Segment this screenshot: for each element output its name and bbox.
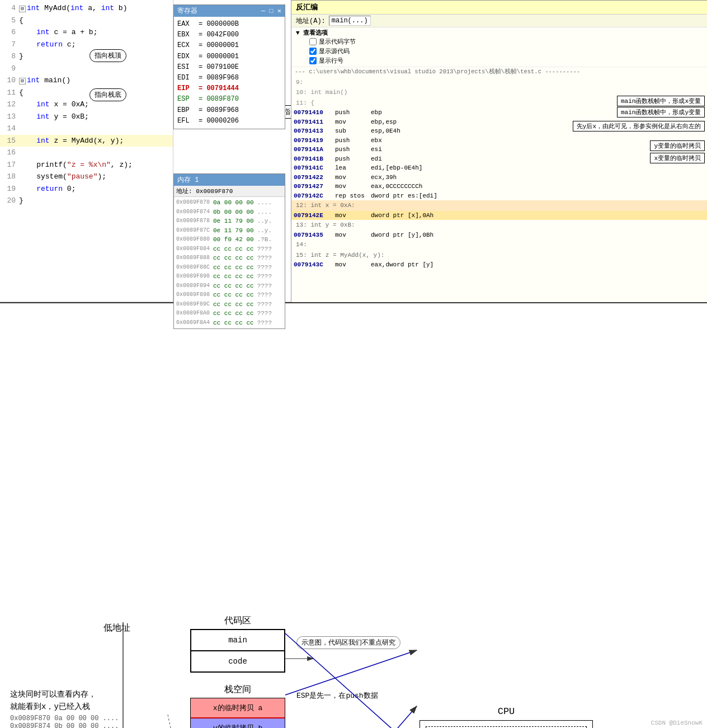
code-line-11: 11 { [0,87,173,99]
mem-note: 这块同时可以查看内存， 就能看到x，y已经入栈 [10,688,96,713]
memory-address-bar[interactable]: 地址: 0x0089F870 [174,186,285,197]
reg-eax: EAX= 0000000B [177,19,281,30]
mem-row-0: 0x0089F8700a 00 00 00.... [176,198,282,208]
collapse-icon-2[interactable]: ⊟ [19,78,26,84]
code-line-17: 17 printf("z = %x\n", z); [0,159,173,171]
cpu-box: 寄存器 ESP 栈顶寄存器 EBP 栈底寄存器 EIP 指令寄存器 [420,720,593,728]
disasm-line-mov-y-0b[interactable]: 00791435movdword ptr [y],0Bh [291,231,707,240]
registers-titlebar: 寄存器 — □ ✕ [174,5,285,17]
bottom-diagram: 低地址 代码区 main code 示意图，代码区我们不重点研究 栈空间 x的临… [0,303,707,728]
disasm-line-9: 9: [291,77,707,88]
code-line-6: 6 int c = a + b; [0,26,173,39]
stack-x-copy: x的临时拷贝 a [191,698,285,718]
stack-area: 栈空间 x的临时拷贝 a y的临时拷贝 b 0xB 0xA 其他栈帧 main栈… [190,684,285,728]
reg-edx: EDX= 00000001 [177,51,281,62]
registers-window: 寄存器 — □ ✕ EAX= 0000000B EBX= 0042F000 EC… [173,4,285,129]
disasm-line-12src: 12: int x = 0xA: [291,200,707,211]
main-form-y-label: main函数栈帧中，形成y变量 [617,107,705,118]
mem-note-arrow [168,715,189,728]
cpu-section: CPU 寄存器 ESP 栈顶寄存器 EBP 栈底寄存器 EIP 指令寄存器 [420,706,593,728]
mem-row-5: 0x0089F884cc cc cc cc???? [176,245,282,254]
code-line-7: 7 return c; [0,39,173,51]
ebp-to-cpu-arrow [285,706,417,728]
watermark: CSDN @DieSnowK [651,720,703,726]
disasm-line-push-edi[interactable]: 0079141Bpushedi [291,154,707,164]
mem-row-9: 0x0089F894cc cc cc cc???? [176,281,282,291]
disasm-addr-label: 地址(A): [296,16,326,26]
code-editor: 4 ⊟int MyAdd(int a, int b) 5 { 6 int c =… [0,0,173,302]
code-line-16: 16 [0,147,173,159]
reg-edi: EDI= 0089F968 [177,73,281,83]
code-line-18: 18 system("pause"); [0,171,173,183]
disasm-line-13src: 13: int y = 0xB: [291,220,707,231]
registers-controls[interactable]: — □ ✕ [261,7,281,15]
stack-y-copy: y的临时拷贝 b [191,718,285,728]
code-area-main: main [191,630,285,651]
disasm-line-mov-ecx[interactable]: 00791422movecx,39h [291,173,707,182]
memory-titlebar: 内存 1 [174,174,285,186]
main-form-x-label: main函数栈帧中，形成x变量 [617,96,705,106]
disasm-options: ▼ 查看选项 显示代码字节 显示源代码 显示行号 [291,27,707,67]
right-to-left-label: 先y后x，由此可见，形参实例化是从右向左的 [573,121,705,131]
cpu-title: CPU [420,706,593,717]
reg-efl: EFL= 00000206 [177,116,281,126]
mem-addr-label: 地址: [176,188,192,195]
option-show-symbols: 显示行号 [305,56,703,65]
x-temp-copy-label: x变量的临时拷贝 [650,153,705,163]
registers-title: 寄存器 [177,6,197,16]
mem-row-11: 0x0089F89Ccc cc cc cc???? [176,300,282,309]
code-area: 代码区 main code [190,615,285,673]
code-area-note: 示意图，代码区我们不重点研究 [296,636,400,649]
disasm-panel: 反汇编 地址(A): main(...) ▼ 查看选项 显示代码字节 显示源代码… [291,0,707,302]
disasm-line-mov-eax-y[interactable]: 0079143Cmoveax,dword ptr [y] [291,260,707,269]
registers-content: EAX= 0000000B EBX= 0042F000 ECX= 0000000… [174,17,285,129]
reg-ebp: EBP= 0089F968 [177,105,281,116]
options-toggle[interactable]: ▼ 查看选项 [296,30,328,36]
options-content: 显示代码字节 显示源代码 显示行号 [296,37,703,65]
disasm-line-lea[interactable]: 0079141Cleaedi,[ebp-0E4h] [291,163,707,173]
reg-ecx: ECX= 00000001 [177,40,281,51]
disasm-address-bar: 地址(A): main(...) [291,15,707,27]
option-show-bytes: 显示代码字节 [305,37,703,46]
low-address-label: 低地址 [103,622,130,634]
disasm-addr-input[interactable]: main(...) [329,16,371,26]
mem-row-1: 0x0089F8740b 00 00 00.... [176,208,282,217]
code-line-14: 14 [0,123,173,135]
code-line-13: 13 int y = 0xB; [0,111,173,123]
disasm-line-push-esi[interactable]: 0079141Apushesi [291,145,707,154]
mem-row-8: 0x0089F890cc cc cc cc???? [176,272,282,281]
y-temp-copy-label: y变量的临时拷贝 [650,140,705,151]
mem-note-code: 0x0089F870 0a 00 00 00 .... 0x0089F874 0… [10,715,119,728]
code-area-title: 代码区 [190,615,285,627]
disasm-line-mov-x-0a[interactable]: 0079142Emovdword ptr [x],0Ah [291,211,707,220]
disasm-line-14: 14: [291,239,707,250]
reg-ebx: EBX= 0042F000 [177,30,281,40]
disasm-titlebar: 反汇编 [291,1,707,15]
code-line-12: 12 int x = 0xA; [0,98,173,111]
disasm-line-mov-eax-cc[interactable]: 00791427moveax,0CCCCCCCCh [291,182,707,191]
mem-row-12: 0x0089F8A0cc cc cc cc???? [176,309,282,318]
reg-esp: ESP= 0089F870 [177,94,281,105]
mem-row-7: 0x0089F88Ccc cc cc cc???? [176,263,282,273]
esp-to-cpu-arrow [285,650,417,695]
disasm-line-rep-stos[interactable]: 0079142Crep stosdword ptr es:[edi] [291,191,707,201]
collapse-icon[interactable]: ⊟ [19,6,26,12]
disasm-line-push-ebx[interactable]: 00791419pushebx [291,136,707,145]
code-line-19: 19 return 0; [0,183,173,195]
code-line-5: 5 { [0,15,173,27]
stack-title: 栈空间 [190,684,285,696]
code-area-code: code [191,651,285,672]
code-line-15: 15 int z = MyAdd(x, y); [0,135,173,147]
mem-row-2: 0x0089F8780e 11 79 00..y. [176,217,282,226]
memory-content: 0x0089F8700a 00 00 00.... 0x0089F8740b 0… [174,197,285,328]
disasm-line-15src: 15: int z = MyAdd(x, y): [291,250,707,261]
code-line-4: 4 ⊟int MyAdd(int a, int b) [0,2,173,15]
stack-top-bubble: 指向栈顶 [89,49,126,62]
code-line-10: 10 ⊟int main() [0,74,173,87]
mem-note-1: 这块同时可以查看内存， [10,690,96,699]
option-show-source: 显示源代码 [305,46,703,56]
code-line-8: 8 } [0,50,173,63]
mem-row-13: 0x0089F8A4cc cc cc cc???? [176,318,282,328]
mem-row-10: 0x0089F898cc cc cc cc???? [176,290,282,300]
esp-push-note: ESP是先一，在push数据 [296,691,378,701]
